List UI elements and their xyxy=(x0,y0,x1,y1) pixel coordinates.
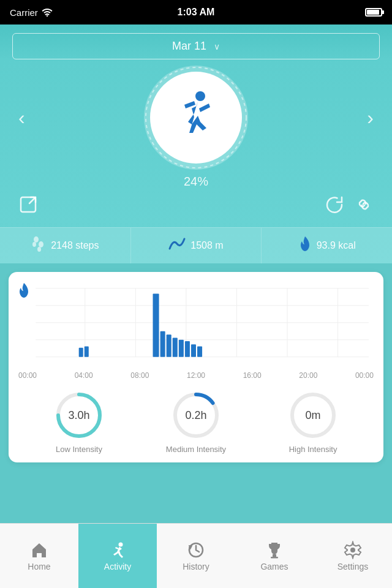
percentage-display: 24% xyxy=(0,170,392,191)
low-intensity-value: 3.0h xyxy=(68,409,89,422)
status-right xyxy=(365,8,382,17)
intensity-row: 3.0h Low Intensity 0.2h Medium Intensity… xyxy=(17,391,375,454)
tab-history[interactable]: History xyxy=(157,524,235,588)
distance-stat: 1508 m xyxy=(131,228,262,263)
tab-home[interactable]: Home xyxy=(0,524,78,588)
main-content: ‹ › 24% xyxy=(0,59,392,263)
activity-row: ‹ › xyxy=(0,66,392,170)
steps-stat: 2148 steps xyxy=(0,228,131,263)
medium-intensity-value: 0.2h xyxy=(185,409,206,422)
svg-point-38 xyxy=(350,548,355,552)
svg-rect-36 xyxy=(273,554,276,557)
high-intensity-circle: 0m xyxy=(288,391,337,440)
tab-bar: Home Activity History Games xyxy=(0,523,392,588)
svg-rect-37 xyxy=(271,557,278,559)
tab-history-label: History xyxy=(183,562,209,571)
time-label-4: 16:00 xyxy=(243,371,262,380)
svg-point-4 xyxy=(34,236,39,243)
svg-rect-25 xyxy=(179,340,184,357)
time-label-6: 00:00 xyxy=(355,371,374,380)
calories-value: 93.9 kcal xyxy=(317,240,356,251)
battery-icon xyxy=(365,8,382,17)
svg-rect-23 xyxy=(167,334,172,357)
carrier-label: Carrier xyxy=(10,7,38,18)
date-label: Mar 11 xyxy=(172,40,206,53)
tab-home-label: Home xyxy=(28,562,50,571)
prev-arrow[interactable]: ‹ xyxy=(12,100,31,135)
svg-rect-21 xyxy=(153,293,159,356)
tab-activity[interactable]: Activity xyxy=(78,524,157,588)
tab-settings[interactable]: Settings xyxy=(314,524,392,588)
medium-intensity-label: Medium Intensity xyxy=(166,445,226,454)
time-label-5: 20:00 xyxy=(299,371,317,380)
time-label-1: 04:00 xyxy=(75,371,93,380)
svg-rect-19 xyxy=(79,348,83,357)
chart-labels: 00:00 04:00 08:00 12:00 16:00 20:00 00:0… xyxy=(17,371,375,380)
header-area: Mar 11 ∨ xyxy=(0,24,392,59)
flame-icon xyxy=(298,235,312,256)
distance-value: 1508 m xyxy=(190,240,223,251)
svg-rect-26 xyxy=(185,341,190,357)
tab-games-label: Games xyxy=(260,562,288,571)
svg-point-5 xyxy=(39,241,43,247)
next-arrow[interactable]: › xyxy=(361,100,380,135)
high-intensity-label: High Intensity xyxy=(289,445,337,454)
chart-area xyxy=(17,282,375,368)
home-icon xyxy=(30,541,48,559)
link-icon[interactable] xyxy=(354,195,374,219)
svg-rect-28 xyxy=(197,347,202,357)
export-icon[interactable] xyxy=(18,195,38,219)
svg-rect-27 xyxy=(191,344,196,356)
tab-games[interactable]: Games xyxy=(235,524,314,588)
steps-value: 2148 steps xyxy=(51,240,99,251)
bar-chart xyxy=(17,282,375,368)
activity-icon xyxy=(108,541,127,559)
status-left: Carrier xyxy=(10,7,53,18)
svg-point-2 xyxy=(195,91,205,101)
low-intensity-circle: 3.0h xyxy=(55,391,104,440)
history-icon xyxy=(187,541,205,559)
high-intensity-value: 0m xyxy=(306,409,321,422)
svg-point-34 xyxy=(119,542,123,546)
time-label-0: 00:00 xyxy=(18,371,37,380)
trophy-icon xyxy=(265,541,284,559)
activity-circle xyxy=(144,66,248,170)
chart-card: 00:00 04:00 08:00 12:00 16:00 20:00 00:0… xyxy=(9,272,383,462)
low-intensity-label: Low Intensity xyxy=(56,445,102,454)
time-display: 1:03 AM xyxy=(178,7,215,18)
time-label-3: 12:00 xyxy=(187,371,205,380)
tab-activity-label: Activity xyxy=(104,562,131,571)
svg-rect-22 xyxy=(160,331,165,357)
percentage-value: 24% xyxy=(184,175,208,188)
circle-white xyxy=(150,72,242,164)
svg-point-7 xyxy=(37,247,41,252)
chevron-down-icon: ∨ xyxy=(214,42,220,51)
settings-icon xyxy=(344,541,362,559)
wifi-icon xyxy=(42,8,53,17)
medium-intensity-item: 0.2h Medium Intensity xyxy=(166,391,226,454)
low-intensity-item: 3.0h Low Intensity xyxy=(55,391,104,454)
date-selector[interactable]: Mar 11 ∨ xyxy=(12,33,380,59)
time-label-2: 08:00 xyxy=(130,371,149,380)
high-intensity-item: 0m High Intensity xyxy=(288,391,337,454)
footprint-icon xyxy=(31,236,46,255)
svg-rect-24 xyxy=(173,338,178,357)
svg-rect-20 xyxy=(85,347,89,357)
status-bar: Carrier 1:03 AM xyxy=(0,0,392,24)
actions-row xyxy=(0,191,392,227)
tab-settings-label: Settings xyxy=(337,562,369,571)
calories-stat: 93.9 kcal xyxy=(262,228,392,263)
svg-point-6 xyxy=(32,242,36,247)
refresh-icon[interactable] xyxy=(325,195,344,219)
chart-flame-icon xyxy=(17,282,31,303)
distance-icon xyxy=(168,236,186,255)
stats-row: 2148 steps 1508 m 93.9 kcal xyxy=(0,227,392,263)
svg-point-0 xyxy=(47,15,48,17)
runner-icon xyxy=(175,90,217,145)
medium-intensity-circle: 0.2h xyxy=(172,391,221,440)
